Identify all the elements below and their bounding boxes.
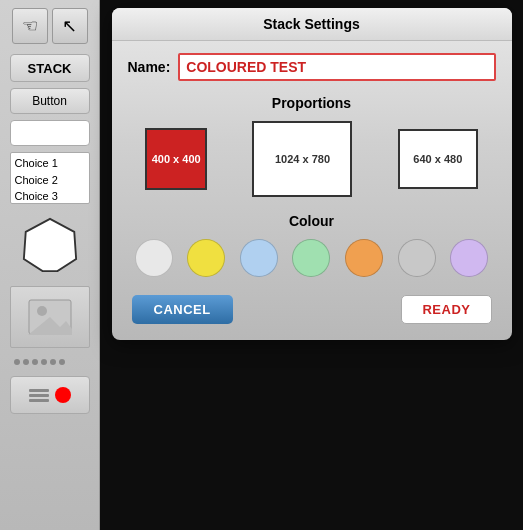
name-label: Name: [128, 59, 171, 75]
colour-orange[interactable] [345, 239, 383, 277]
stack-settings-dialog: Stack Settings Name: Proportions 400 x 4… [112, 8, 512, 340]
input-widget [10, 120, 90, 146]
record-lines [29, 389, 49, 402]
list-item: Choice 1 [15, 155, 85, 172]
dot-3 [32, 359, 38, 365]
dot-5 [50, 359, 56, 365]
colour-white[interactable] [135, 239, 173, 277]
dialog-body: Name: Proportions 400 x 400 1024 x 780 6… [112, 41, 512, 340]
colour-silver[interactable] [398, 239, 436, 277]
proportion-large[interactable]: 640 x 480 [398, 129, 478, 189]
hand-tool-button[interactable]: ☜ [12, 8, 48, 44]
dialog-title: Stack Settings [263, 16, 359, 32]
ready-button[interactable]: READY [401, 295, 491, 324]
name-input[interactable] [178, 53, 495, 81]
colour-light-green[interactable] [292, 239, 330, 277]
record-line-2 [29, 394, 49, 397]
list-widget: Choice 1 Choice 2 Choice 3 [10, 152, 90, 204]
proportion-small-label: 400 x 400 [152, 153, 201, 165]
svg-marker-0 [23, 219, 75, 271]
list-item: Choice 2 [15, 172, 85, 189]
sidebar: ☜ ↖ STACK Button Choice 1 Choice 2 Choic… [0, 0, 100, 530]
proportion-medium[interactable]: 1024 x 780 [252, 121, 352, 197]
dot-6 [59, 359, 65, 365]
image-widget [10, 286, 90, 348]
dialog-backdrop: Stack Settings Name: Proportions 400 x 4… [100, 0, 523, 530]
colour-lavender[interactable] [450, 239, 488, 277]
dialog-title-bar: Stack Settings [112, 8, 512, 41]
cancel-button[interactable]: CANCEL [132, 295, 233, 324]
proportion-medium-label: 1024 x 780 [275, 153, 330, 165]
heptagon-icon [22, 217, 78, 273]
record-dot-icon [55, 387, 71, 403]
record-button[interactable] [10, 376, 90, 414]
proportion-large-label: 640 x 480 [413, 153, 462, 165]
list-item: Choice 3 [15, 188, 85, 205]
dialog-footer: CANCEL READY [128, 295, 496, 324]
proportion-small[interactable]: 400 x 400 [145, 128, 207, 190]
proportions-row: 400 x 400 1024 x 780 640 x 480 [128, 121, 496, 197]
name-row: Name: [128, 53, 496, 81]
pointer-tool-button[interactable]: ↖ [52, 8, 88, 44]
dots-row [10, 354, 90, 370]
dot-2 [23, 359, 29, 365]
heptagon-widget [10, 210, 90, 280]
colour-light-blue[interactable] [240, 239, 278, 277]
proportions-title: Proportions [128, 95, 496, 111]
ready-label: READY [422, 302, 470, 317]
svg-point-2 [37, 306, 47, 316]
record-line-1 [29, 389, 49, 392]
image-placeholder-icon [28, 299, 72, 335]
dot-4 [41, 359, 47, 365]
tool-palette: ☜ ↖ [12, 8, 88, 44]
stack-label: STACK [28, 61, 72, 76]
cancel-label: CANCEL [154, 302, 211, 317]
colour-title: Colour [128, 213, 496, 229]
stack-button[interactable]: STACK [10, 54, 90, 82]
button-widget[interactable]: Button [10, 88, 90, 114]
record-line-3 [29, 399, 49, 402]
colour-yellow[interactable] [187, 239, 225, 277]
colour-row [128, 239, 496, 277]
button-label: Button [32, 94, 67, 108]
dot-1 [14, 359, 20, 365]
